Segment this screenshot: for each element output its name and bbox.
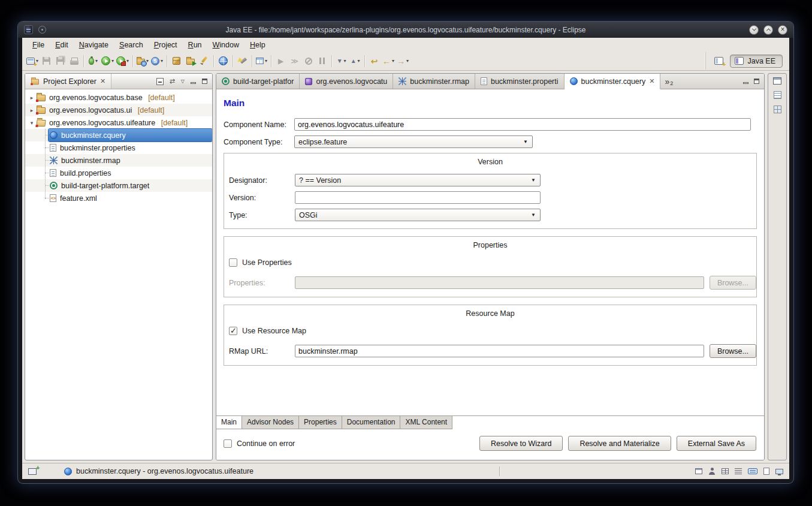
- shade-window-button[interactable]: [749, 25, 759, 35]
- fast-view-icon[interactable]: [28, 468, 37, 475]
- properties-browse-button[interactable]: Browse...: [710, 276, 756, 290]
- menu-project[interactable]: Project: [149, 39, 183, 51]
- page-tab-properties[interactable]: Properties: [299, 416, 342, 429]
- window-restore-icon[interactable]: [695, 468, 702, 474]
- external-save-as-button[interactable]: External Save As: [677, 436, 756, 451]
- rmap-browse-button[interactable]: Browse...: [710, 344, 756, 358]
- menu-run[interactable]: Run: [183, 39, 207, 51]
- menu-window[interactable]: Window: [207, 39, 244, 51]
- collapse-arrow-icon[interactable]: ▾: [28, 120, 35, 126]
- use-properties-checkbox[interactable]: [229, 258, 237, 267]
- collapse-all-icon[interactable]: [156, 78, 164, 85]
- new-web-project-button[interactable]: ▾: [135, 53, 150, 68]
- properties-input: [295, 276, 704, 289]
- continue-on-error-checkbox[interactable]: [224, 439, 232, 448]
- editor-tab-build-target-platform[interactable]: build-target-platfor: [216, 74, 300, 89]
- resume-button[interactable]: ▶: [274, 53, 288, 68]
- project-explorer-tab[interactable]: Project Explorer ✕: [25, 74, 111, 89]
- import-button[interactable]: [183, 53, 197, 68]
- run-button[interactable]: ▾: [100, 53, 115, 68]
- document-icon[interactable]: [763, 468, 769, 475]
- tree-item-buckminster-properties[interactable]: buckminster.properties: [25, 141, 212, 154]
- new-servlet-button[interactable]: ▾: [150, 53, 164, 68]
- close-view-icon[interactable]: ✕: [100, 78, 105, 85]
- external-tools-button[interactable]: ▾: [115, 53, 130, 68]
- user-icon[interactable]: [708, 468, 716, 475]
- menu-search[interactable]: Search: [114, 39, 149, 51]
- tree-item-project-ui[interactable]: ▸ org.evenos.logvocatus.ui [default]: [25, 104, 212, 116]
- maximize-view-icon[interactable]: [202, 79, 207, 84]
- editor-tab-buckminster-rmap[interactable]: buckminster.rmap: [393, 74, 475, 89]
- page-tab-documentation[interactable]: Documentation: [342, 416, 401, 429]
- forward-button[interactable]: →▾: [396, 53, 410, 68]
- designator-select[interactable]: ? == Version ▼: [295, 174, 541, 186]
- keyboard-icon[interactable]: [748, 468, 757, 474]
- console-button[interactable]: ▾: [255, 53, 268, 68]
- suspend-button[interactable]: [315, 53, 329, 68]
- version-type-select[interactable]: OSGi ▼: [295, 209, 541, 221]
- menu-edit[interactable]: Edit: [50, 39, 74, 51]
- project-folder-icon: [37, 107, 46, 114]
- new-wizard-button[interactable]: ▾: [25, 53, 40, 68]
- menu-navigate[interactable]: Navigate: [74, 39, 114, 51]
- menu-file[interactable]: File: [27, 39, 50, 51]
- debug-button[interactable]: ▾: [86, 53, 100, 68]
- page-tab-xml-content[interactable]: XML Content: [400, 416, 452, 429]
- grid-icon[interactable]: [722, 468, 729, 474]
- tab-overflow-button[interactable]: » 2: [660, 74, 677, 89]
- print-button[interactable]: [67, 53, 81, 68]
- snippets-view-icon[interactable]: [774, 106, 781, 113]
- web-browser-button[interactable]: [216, 53, 230, 68]
- resolve-and-materialize-button[interactable]: Resolve and Materialize: [568, 436, 671, 451]
- package-button[interactable]: [170, 53, 183, 68]
- terminate-button[interactable]: [301, 53, 315, 68]
- cquery-file-icon: [50, 131, 58, 139]
- minimize-view-icon[interactable]: [191, 82, 196, 84]
- tree-item-build-properties[interactable]: build.properties: [25, 167, 212, 179]
- previous-annotation-button[interactable]: ▲▾: [348, 53, 362, 68]
- open-perspective-button[interactable]: [712, 53, 726, 68]
- page-tab-advisor-nodes[interactable]: Advisor Nodes: [242, 416, 299, 429]
- page-tab-main[interactable]: Main: [216, 416, 242, 429]
- save-button[interactable]: [40, 53, 53, 68]
- tree-item-build-target-platform[interactable]: build-target-platform.target: [25, 179, 212, 192]
- maximize-editor-icon[interactable]: [754, 79, 759, 84]
- component-name-input[interactable]: [294, 118, 751, 131]
- back-button[interactable]: ←▾: [381, 53, 396, 68]
- close-tab-icon[interactable]: ✕: [649, 78, 654, 85]
- next-annotation-button[interactable]: ▼▾: [334, 53, 348, 68]
- version-input[interactable]: [295, 191, 541, 204]
- tree-item-buckminster-cquery[interactable]: buckminster.cquery: [25, 129, 212, 141]
- editor-tab-buckminster-properties[interactable]: buckminster.properti: [475, 74, 565, 89]
- editor-tab-logvocatus-feature[interactable]: org.evenos.logvocatu: [300, 74, 393, 89]
- expand-arrow-icon[interactable]: ▸: [28, 107, 35, 113]
- annotations-button[interactable]: [197, 53, 211, 68]
- last-edit-location-button[interactable]: ↩: [367, 53, 381, 68]
- perspective-switcher: Java EE: [705, 52, 786, 70]
- tree-item-feature-xml[interactable]: feature.xml: [25, 192, 212, 204]
- window-menu-icon[interactable]: [38, 26, 46, 34]
- use-resource-map-checkbox[interactable]: [229, 327, 237, 335]
- view-menu-icon[interactable]: ▽: [181, 79, 185, 84]
- expand-arrow-icon[interactable]: ▸: [28, 95, 35, 101]
- minimize-editor-icon[interactable]: [743, 82, 748, 84]
- outline-view-icon[interactable]: [774, 91, 781, 99]
- tree-item-buckminster-rmap[interactable]: buckminster.rmap: [25, 154, 212, 167]
- tree-item-project-uifeature[interactable]: ▾ org.evenos.logvocatus.uifeature [defau…: [25, 116, 212, 129]
- restore-pane-icon[interactable]: [773, 77, 781, 85]
- menu-help[interactable]: Help: [244, 39, 271, 51]
- save-all-button[interactable]: [53, 53, 67, 68]
- close-window-button[interactable]: ×: [778, 25, 787, 35]
- list-icon[interactable]: [735, 468, 742, 474]
- link-with-editor-icon[interactable]: ⇄: [170, 77, 175, 85]
- tree-item-project-base[interactable]: ▸ org.evenos.logvocatus.base [default]: [25, 91, 212, 104]
- perspective-java-ee-button[interactable]: Java EE: [730, 55, 783, 68]
- skip-breakpoints-button[interactable]: ≫: [288, 53, 301, 68]
- maximize-window-button[interactable]: [763, 25, 773, 35]
- rmap-url-input[interactable]: [295, 345, 704, 357]
- search-button[interactable]: [236, 53, 249, 68]
- editor-tab-buckminster-cquery[interactable]: buckminster.cquery ✕: [565, 74, 661, 89]
- component-type-select[interactable]: eclipse.feature ▼: [294, 135, 533, 148]
- monitor-icon[interactable]: [775, 469, 783, 474]
- resolve-to-wizard-button[interactable]: Resolve to Wizard: [479, 436, 563, 451]
